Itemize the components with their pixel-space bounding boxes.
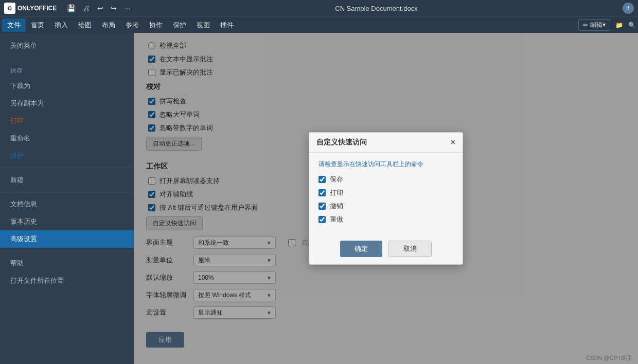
redo-icon[interactable]: ↪ — [111, 4, 117, 12]
dialog-close-button[interactable]: × — [451, 138, 455, 147]
title-bar-right: f — [623, 3, 634, 14]
dialog-title: 自定义快速访问 — [316, 138, 367, 147]
user-avatar[interactable]: f — [623, 3, 634, 14]
dialog-undo-label: 撤销 — [330, 202, 343, 211]
sidebar-advanced-settings[interactable]: 高级设置 — [0, 230, 134, 248]
sidebar-print[interactable]: 打印 — [0, 112, 134, 130]
menu-item-protect[interactable]: 保护 — [168, 19, 191, 32]
dialog-print-checkbox[interactable] — [318, 189, 326, 196]
sidebar-version-history[interactable]: 版本历史 — [0, 213, 134, 230]
sidebar-doc-info[interactable]: 文档信息 — [0, 195, 134, 213]
dialog-save-label: 保存 — [330, 175, 343, 184]
confirm-button[interactable]: 确定 — [340, 241, 382, 257]
logo-icon: O — [4, 3, 15, 14]
menu-bar: 文件 首页 插入 绘图 布局 参考 协作 保护 视图 插件 ✏ 编辑▾ 📁 🔍 — [0, 16, 638, 33]
sidebar-close-menu[interactable]: 关闭菜单 — [0, 37, 134, 54]
sidebar-rename[interactable]: 重命名 — [0, 130, 134, 147]
dialog-undo-checkbox[interactable] — [318, 203, 326, 210]
title-bar-actions: 💾 🖨 ↩ ↪ ··· — [67, 4, 130, 12]
sidebar-download-as[interactable]: 下载为 — [0, 77, 134, 95]
dialog-save-checkbox[interactable] — [318, 176, 326, 183]
document-title: CN Sample Document.docx — [130, 5, 623, 12]
sidebar: 关闭菜单 保存 下载为 另存副本为 打印 重命名 保护 新建 文档信息 版本历史… — [0, 33, 134, 364]
print-icon[interactable]: 🖨 — [83, 4, 90, 12]
menu-item-file[interactable]: 文件 — [2, 19, 26, 32]
edit-label: 编辑▾ — [590, 21, 606, 29]
menu-bar-right: ✏ 编辑▾ 📁 🔍 — [578, 19, 636, 31]
menu-item-draw[interactable]: 绘图 — [73, 19, 97, 32]
undo-icon[interactable]: ↩ — [97, 4, 103, 12]
content-area: 检视全部 在文本中显示批注 显示已解决的批注 校对 拼写检查 忽略大写单词 忽略… — [134, 33, 638, 364]
dialog-item-save: 保存 — [318, 175, 453, 184]
dialog-item-print: 打印 — [318, 188, 453, 197]
dialog-redo-checkbox[interactable] — [318, 216, 326, 223]
sidebar-protect[interactable]: 保护 — [0, 147, 134, 165]
dialog-title-bar: 自定义快速访问 × — [309, 133, 463, 153]
dialog-redo-label: 重做 — [330, 215, 343, 224]
menu-item-insert[interactable]: 插入 — [49, 19, 73, 32]
cancel-button[interactable]: 取消 — [388, 241, 432, 257]
save-to-cloud-icon[interactable]: 📁 — [615, 22, 623, 29]
dialog-body: 请检查显示在快速访问工具栏上的命令 保存 打印 撤销 — [309, 153, 463, 235]
menu-item-plugin[interactable]: 插件 — [215, 19, 239, 32]
menu-item-layout[interactable]: 布局 — [97, 19, 120, 32]
save-icon[interactable]: 💾 — [67, 4, 76, 12]
menu-item-collab[interactable]: 协作 — [144, 19, 168, 32]
sidebar-help[interactable]: 帮助 — [0, 254, 134, 272]
more-icon[interactable]: ··· — [124, 4, 130, 12]
dialog-overlay: 自定义快速访问 × 请检查显示在快速访问工具栏上的命令 保存 打印 — [134, 33, 638, 364]
pencil-icon: ✏ — [583, 22, 588, 29]
menu-item-ref[interactable]: 参考 — [120, 19, 144, 32]
edit-mode-button[interactable]: ✏ 编辑▾ — [578, 19, 610, 31]
main-layout: 关闭菜单 保存 下载为 另存副本为 打印 重命名 保护 新建 文档信息 版本历史… — [0, 33, 638, 364]
sidebar-open-location[interactable]: 打开文件所在位置 — [0, 272, 134, 289]
sidebar-save-copy[interactable]: 另存副本为 — [0, 95, 134, 112]
sidebar-new[interactable]: 新建 — [0, 171, 134, 189]
dialog-footer: 确定 取消 — [309, 235, 463, 264]
dialog-print-label: 打印 — [330, 188, 343, 197]
menu-item-view[interactable]: 视图 — [191, 19, 215, 32]
dialog-subtitle: 请检查显示在快速访问工具栏上的命令 — [318, 160, 453, 169]
title-bar: O ONLYOFFICE 💾 🖨 ↩ ↪ ··· CN Sample Docum… — [0, 0, 638, 16]
sidebar-section-save: 保存 — [0, 61, 134, 77]
app-logo: O ONLYOFFICE — [4, 3, 57, 14]
dialog-item-redo: 重做 — [318, 215, 453, 224]
dialog-item-undo: 撤销 — [318, 202, 453, 211]
logo-text: ONLYOFFICE — [17, 5, 57, 12]
custom-access-dialog: 自定义快速访问 × 请检查显示在快速访问工具栏上的命令 保存 打印 — [309, 132, 463, 265]
menu-item-home[interactable]: 首页 — [26, 19, 49, 32]
search-icon[interactable]: 🔍 — [628, 22, 636, 29]
